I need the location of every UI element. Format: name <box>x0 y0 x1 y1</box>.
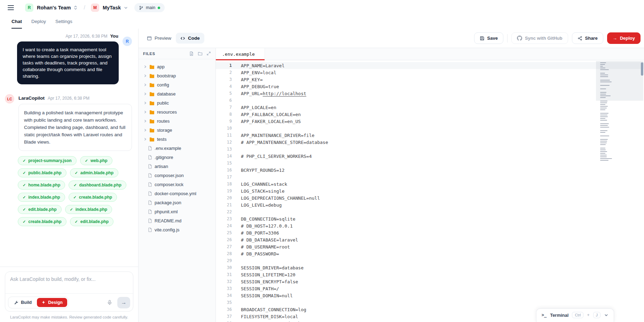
project-name[interactable]: MyTask <box>103 5 121 10</box>
nav-tabs: Chat Deploy Settings <box>0 15 644 29</box>
code-line[interactable]: 3APP_KEY= <box>216 76 644 83</box>
code-line[interactable]: 29 <box>216 257 644 264</box>
chat-input[interactable] <box>5 272 133 290</box>
deploy-button[interactable]: → Deploy <box>607 32 641 44</box>
code-line[interactable]: 35 <box>216 299 644 306</box>
file-chip[interactable]: ✓admin.blade.php <box>70 168 119 177</box>
file-chip[interactable]: ✓project-summary.json <box>18 156 77 165</box>
code-line[interactable]: 31SESSION_LIFETIME=120 <box>216 271 644 278</box>
code-line[interactable]: 25# DB_PORT=3306 <box>216 229 644 236</box>
code-line[interactable]: 27# DB_USERNAME=root <box>216 243 644 250</box>
code-line[interactable]: 28# DB_PASSWORD= <box>216 250 644 257</box>
file-chip[interactable]: ✓index.blade.php <box>18 193 65 202</box>
file-chip[interactable]: ✓create.blade.php <box>18 217 66 226</box>
code-line[interactable]: 15 <box>216 160 644 167</box>
design-mode-button[interactable]: Design <box>37 298 67 307</box>
code-line[interactable]: 6 <box>216 97 644 104</box>
file-chip[interactable]: ✓edit.blade.php <box>70 217 114 226</box>
code-line[interactable]: 14# PHP_CLI_SERVER_WORKERS=4 <box>216 153 644 160</box>
code-line[interactable]: 26# DB_DATABASE=laravel <box>216 236 644 243</box>
tree-folder-storage[interactable]: storage <box>139 125 215 135</box>
file-chip[interactable]: ✓home.blade.php <box>18 181 65 190</box>
code-line[interactable]: 34SESSION_DOMAIN=null <box>216 292 644 299</box>
code-line[interactable]: 2APP_ENV=local <box>216 69 644 76</box>
project-chevron-down-icon[interactable] <box>124 6 128 10</box>
team-switcher-icon[interactable] <box>73 5 78 10</box>
tree-file-docker-compose.yml[interactable]: docker-compose.yml <box>139 189 215 198</box>
branch-selector[interactable]: main <box>134 3 165 12</box>
minimap[interactable] <box>600 62 639 162</box>
tree-folder-database[interactable]: database <box>139 89 215 98</box>
code-line[interactable]: 30SESSION_DRIVER=database <box>216 264 644 271</box>
code-area[interactable]: 1APP_NAME=Laravel2APP_ENV=local3APP_KEY=… <box>216 60 644 322</box>
editor-tab-bar: .env.example <box>216 48 644 60</box>
editor-scrollbar[interactable] <box>641 62 643 76</box>
url-link[interactable]: http://localhost <box>263 91 306 96</box>
code-line[interactable]: 5APP_URL=http://localhost <box>216 90 644 97</box>
tree-file-composer.json[interactable]: composer.json <box>139 171 215 180</box>
file-chip[interactable]: ✓dashboard.blade.php <box>69 181 126 190</box>
project-avatar[interactable]: M <box>91 3 99 12</box>
save-button[interactable]: Save <box>474 32 503 44</box>
tree-file-.env.example[interactable]: .env.example <box>139 144 215 153</box>
minimap-viewport[interactable] <box>596 61 643 101</box>
file-chip[interactable]: ✓create.blade.php <box>69 193 117 202</box>
code-line[interactable]: 20LOG_DEPRECATIONS_CHANNEL=null <box>216 194 644 201</box>
code-line[interactable]: 32SESSION_ENCRYPT=false <box>216 278 644 285</box>
new-file-icon[interactable] <box>189 51 194 56</box>
code-line[interactable]: 11APP_MAINTENANCE_DRIVER=file <box>216 132 644 139</box>
code-line[interactable]: 12# APP_MAINTENANCE_STORE=database <box>216 139 644 146</box>
file-chip[interactable]: ✓index.blade.php <box>65 205 112 214</box>
code-toggle[interactable]: Code <box>176 33 204 44</box>
code-line[interactable]: 22 <box>216 208 644 215</box>
code-line[interactable]: 18LOG_CHANNEL=stack <box>216 181 644 187</box>
code-line[interactable]: 23DB_CONNECTION=sqlite <box>216 215 644 222</box>
code-line[interactable]: 4APP_DEBUG=true <box>216 83 644 90</box>
tree-folder-routes[interactable]: routes <box>139 116 215 125</box>
editor-tab-env-example[interactable]: .env.example <box>216 48 265 60</box>
tree-file-.gitignore[interactable]: .gitignore <box>139 153 215 162</box>
tab-settings[interactable]: Settings <box>55 15 72 29</box>
tree-folder-bootstrap[interactable]: bootstrap <box>139 71 215 80</box>
code-line[interactable]: 33SESSION_PATH=/ <box>216 285 644 292</box>
tree-file-README.md[interactable]: README.md <box>139 216 215 225</box>
file-chip[interactable]: ✓edit.blade.php <box>18 205 62 214</box>
code-line[interactable]: 9APP_FAKER_LOCALE=en_US <box>216 118 644 125</box>
tree-folder-tests[interactable]: tests <box>139 135 215 144</box>
tree-folder-resources[interactable]: resources <box>139 107 215 116</box>
file-chip[interactable]: ✓public.blade.php <box>18 168 66 177</box>
file-chip[interactable]: ✓web.php <box>80 156 112 165</box>
tree-file-composer.lock[interactable]: composer.lock <box>139 180 215 189</box>
preview-toggle[interactable]: Preview <box>142 33 176 44</box>
code-line[interactable]: 21LOG_LEVEL=debug <box>216 201 644 208</box>
terminal-toggle-bar[interactable]: >_ Terminal Ctrl + J <box>536 308 614 322</box>
tree-file-artisan[interactable]: artisan <box>139 162 215 171</box>
tree-file-vite.config.js[interactable]: vite.config.js <box>139 225 215 234</box>
tree-folder-public[interactable]: public <box>139 98 215 107</box>
new-folder-icon[interactable] <box>198 51 203 56</box>
hamburger-menu-icon[interactable] <box>8 5 14 10</box>
tree-file-phpunit.xml[interactable]: phpunit.xml <box>139 207 215 216</box>
team-avatar[interactable]: R <box>25 3 33 12</box>
code-line[interactable]: 13 <box>216 146 644 153</box>
tree-file-package.json[interactable]: package.json <box>139 198 215 207</box>
code-line[interactable]: 19LOG_STACK=single <box>216 187 644 194</box>
microphone-icon[interactable] <box>107 300 112 305</box>
code-line[interactable]: 7APP_LOCALE=en <box>216 104 644 111</box>
tree-folder-config[interactable]: config <box>139 80 215 89</box>
code-line[interactable]: 10 <box>216 125 644 132</box>
team-name[interactable]: Rohan's Team <box>37 5 71 10</box>
code-line[interactable]: 17 <box>216 174 644 181</box>
sync-github-button[interactable]: Sync with GitHub <box>511 32 568 44</box>
code-line[interactable]: 24# DB_HOST=127.0.0.1 <box>216 222 644 229</box>
tree-folder-app[interactable]: app <box>139 62 215 71</box>
expand-panel-icon[interactable] <box>206 51 211 56</box>
share-button[interactable]: Share <box>572 32 603 44</box>
tab-chat[interactable]: Chat <box>11 15 22 29</box>
code-line[interactable]: 1APP_NAME=Laravel <box>216 62 644 69</box>
build-mode-button[interactable]: Build <box>9 298 36 307</box>
code-line[interactable]: 8APP_FALLBACK_LOCALE=en <box>216 111 644 118</box>
tab-deploy[interactable]: Deploy <box>31 15 46 29</box>
code-line[interactable]: 16BCRYPT_ROUNDS=12 <box>216 167 644 174</box>
send-button[interactable]: → <box>117 297 130 308</box>
